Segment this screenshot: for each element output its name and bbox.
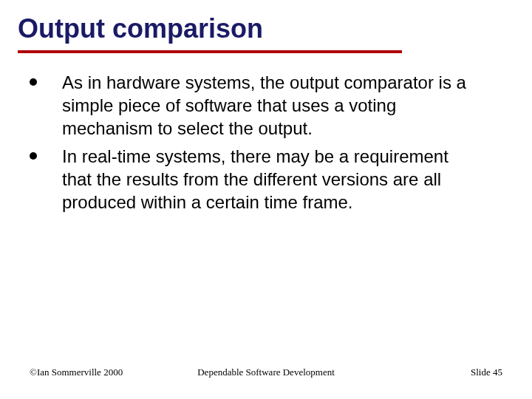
slide-title: Output comparison [18, 13, 532, 44]
bullet-icon [30, 78, 37, 86]
footer-left: ©Ian Sommerville 2000 [30, 366, 123, 378]
list-item: As in hardware systems, the output compa… [30, 71, 502, 140]
slide: Output comparison As in hardware systems… [0, 0, 532, 399]
bullet-text: In real-time systems, there may be a req… [62, 145, 476, 214]
list-item: In real-time systems, there may be a req… [30, 145, 502, 214]
slide-footer: ©Ian Sommerville 2000 Dependable Softwar… [0, 366, 532, 378]
bullet-icon [30, 152, 37, 160]
slide-body: As in hardware systems, the output compa… [0, 53, 532, 214]
bullet-text: As in hardware systems, the output compa… [62, 71, 476, 140]
footer-right: Slide 45 [471, 366, 502, 378]
footer-center: Dependable Software Development [197, 366, 335, 378]
title-block: Output comparison [0, 0, 532, 44]
